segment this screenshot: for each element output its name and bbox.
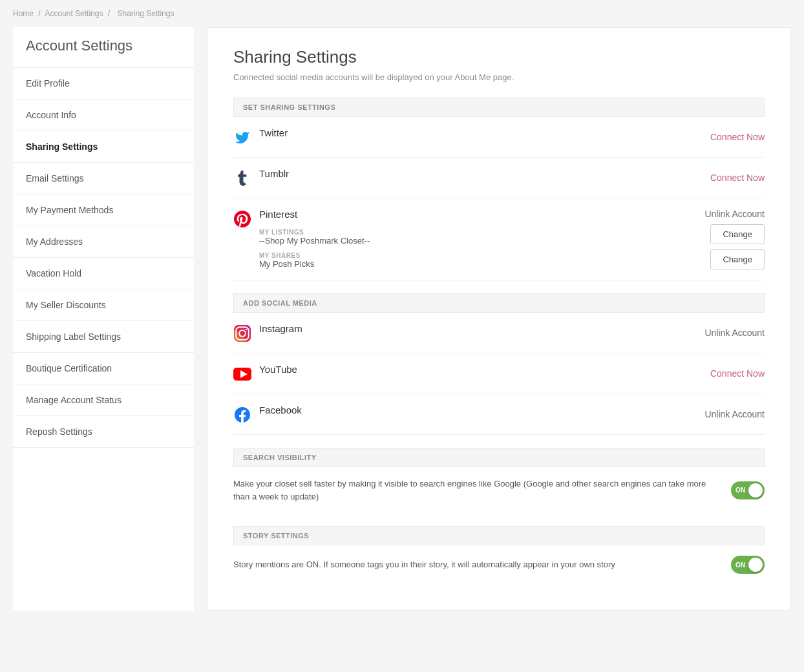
tumblr-info: Tumblr [259, 168, 289, 179]
sidebar-item-shipping-label-settings[interactable]: Shipping Label Settings [13, 320, 194, 352]
social-left-facebook: Facebook [233, 404, 302, 424]
sidebar-title: Account Settings [13, 27, 194, 67]
pinterest-icon [233, 210, 251, 228]
pinterest-listings-label: MY LISTINGS [259, 229, 370, 236]
pinterest-shares-label: MY SHARES [259, 252, 370, 259]
social-row-facebook: Facebook Unlink Account [233, 394, 765, 435]
svg-point-2 [246, 329, 248, 331]
social-left-youtube: YouTube [233, 364, 297, 383]
twitter-icon [233, 129, 251, 147]
social-row-youtube: YouTube Connect Now [233, 353, 765, 394]
sidebar-item-manage-account-status[interactable]: Manage Account Status [13, 384, 194, 415]
instagram-unlink-link[interactable]: Unlink Account [704, 328, 765, 338]
social-row-twitter: Twitter Connect Now [233, 117, 765, 158]
breadcrumb-account-settings[interactable]: Account Settings [45, 9, 103, 18]
twitter-name: Twitter [259, 127, 288, 138]
story-settings-header: STORY SETTINGS [233, 526, 765, 545]
search-visibility-row: Make your closet sell faster by making i… [233, 467, 765, 513]
youtube-action: Connect Now [710, 368, 765, 379]
story-settings-toggle-thumb [748, 558, 763, 572]
sidebar-item-sharing-settings[interactable]: Sharing Settings [13, 131, 194, 162]
pinterest-listings-value: --Shop My Poshmark Closet-- [259, 236, 370, 246]
facebook-info: Facebook [259, 404, 302, 415]
social-row-instagram: Instagram Unlink Account [233, 313, 765, 353]
page-subtitle: Connected social media accounts will be … [233, 72, 765, 82]
tumblr-action: Connect Now [710, 173, 765, 183]
search-visibility-text: Make your closet sell faster by making i… [233, 478, 731, 503]
tumblr-name: Tumblr [259, 168, 289, 179]
social-left-twitter: Twitter [233, 127, 288, 147]
youtube-name: YouTube [259, 364, 297, 375]
sidebar-item-reposh-settings[interactable]: Reposh Settings [13, 415, 194, 448]
pinterest-action: Unlink Account Change Change [704, 209, 765, 269]
search-visibility-toggle-track: ON [731, 481, 765, 499]
facebook-name: Facebook [259, 404, 302, 415]
social-left-tumblr: Tumblr [233, 168, 289, 187]
sidebar-item-my-seller-discounts[interactable]: My Seller Discounts [13, 289, 194, 320]
sidebar-item-account-info[interactable]: Account Info [13, 99, 194, 131]
twitter-action: Connect Now [710, 132, 765, 142]
social-left-instagram: Instagram [233, 323, 302, 342]
tumblr-icon [233, 169, 251, 187]
social-row-tumblr: Tumblr Connect Now [233, 158, 765, 198]
sidebar-item-vacation-hold[interactable]: Vacation Hold [13, 257, 194, 289]
breadcrumb-home[interactable]: Home [13, 9, 34, 18]
breadcrumb: Home / Account Settings / Sharing Settin… [0, 0, 804, 27]
instagram-icon [233, 324, 251, 342]
breadcrumb-current: Sharing Settings [117, 9, 174, 18]
sidebar-item-email-settings[interactable]: Email Settings [13, 162, 194, 194]
pinterest-shares-change-button[interactable]: Change [710, 249, 765, 269]
story-settings-on-label: ON [735, 562, 746, 569]
pinterest-details: MY LISTINGS --Shop My Poshmark Closet-- … [259, 224, 370, 269]
instagram-info: Instagram [259, 323, 302, 334]
facebook-icon [233, 406, 251, 424]
youtube-icon [233, 365, 251, 383]
instagram-action: Unlink Account [704, 328, 765, 338]
social-row-pinterest: Pinterest MY LISTINGS --Shop My Poshmark… [233, 198, 765, 280]
facebook-unlink-link[interactable]: Unlink Account [704, 409, 765, 419]
social-left-pinterest: Pinterest MY LISTINGS --Shop My Poshmark… [233, 209, 370, 269]
story-settings-toggle-track: ON [731, 556, 765, 574]
story-settings-toggle[interactable]: ON [731, 556, 765, 574]
add-social-header: ADD SOCIAL MEDIA [233, 293, 765, 313]
page-title: Sharing Settings [233, 47, 765, 67]
sidebar-item-my-addresses[interactable]: My Addresses [13, 226, 194, 257]
pinterest-listings-change-button[interactable]: Change [710, 224, 765, 244]
sidebar-item-boutique-certification[interactable]: Boutique Certification [13, 352, 194, 384]
pinterest-info: Pinterest MY LISTINGS --Shop My Poshmark… [259, 209, 370, 269]
story-settings-text: Story mentions are ON. If someone tags y… [233, 558, 731, 571]
pinterest-shares-value: My Posh Picks [259, 259, 370, 269]
pinterest-unlink-link[interactable]: Unlink Account [704, 209, 765, 219]
tumblr-connect-link[interactable]: Connect Now [710, 173, 765, 183]
sidebar-item-my-payment-methods[interactable]: My Payment Methods [13, 194, 194, 226]
youtube-connect-link[interactable]: Connect Now [710, 368, 765, 379]
twitter-info: Twitter [259, 127, 288, 138]
set-sharing-header: SET SHARING SETTINGS [233, 98, 765, 117]
pinterest-name: Pinterest [259, 209, 370, 220]
facebook-action: Unlink Account [704, 409, 765, 419]
youtube-info: YouTube [259, 364, 297, 375]
sidebar-item-edit-profile[interactable]: Edit Profile [13, 67, 194, 99]
search-visibility-toggle[interactable]: ON [731, 481, 765, 499]
search-visibility-toggle-thumb [748, 483, 763, 498]
story-settings-row: Story mentions are ON. If someone tags y… [233, 545, 765, 584]
instagram-name: Instagram [259, 323, 302, 334]
main-content: Sharing Settings Connected social media … [207, 27, 791, 611]
sidebar: Account Settings Edit Profile Account In… [13, 27, 194, 611]
twitter-connect-link[interactable]: Connect Now [710, 132, 765, 142]
search-visibility-on-label: ON [735, 487, 746, 494]
search-visibility-header: SEARCH VISIBILITY [233, 448, 765, 467]
